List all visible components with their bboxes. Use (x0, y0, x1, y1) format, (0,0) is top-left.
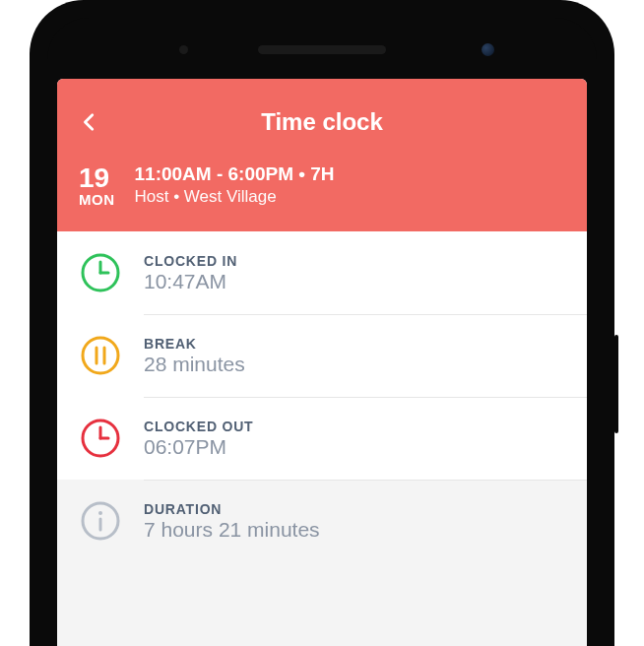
speaker-grille-icon (258, 45, 386, 54)
row-clocked-out[interactable]: CLOCKED OUT 06:07PM (57, 397, 587, 480)
front-camera-icon (482, 43, 494, 56)
svg-point-3 (83, 338, 118, 373)
row-label: DURATION (144, 501, 320, 517)
svg-point-10 (98, 511, 102, 515)
row-value: 10:47AM (144, 270, 237, 293)
phone-side-button (614, 335, 618, 433)
pause-icon (79, 334, 122, 377)
phone-frame: Time clock 19 MON 11:00AM - 6:00PM • 7H … (30, 0, 614, 646)
row-label: CLOCKED OUT (144, 419, 253, 434)
row-clocked-in[interactable]: CLOCKED IN 10:47AM (57, 231, 587, 314)
row-label: BREAK (144, 336, 245, 352)
row-duration[interactable]: DURATION 7 hours 21 minutes (57, 480, 587, 562)
date-number: 19 (79, 163, 109, 192)
shift-time: 11:00AM - 6:00PM • 7H (135, 163, 335, 185)
info-icon (79, 499, 122, 543)
row-value: 06:07PM (144, 435, 253, 459)
time-entries-list: CLOCKED IN 10:47AM BREAK 28 minutes (57, 231, 587, 562)
phone-speaker-area (258, 45, 386, 54)
shift-info: 11:00AM - 6:00PM • 7H Host • West Villag… (135, 163, 335, 207)
page-title: Time clock (79, 108, 565, 136)
date-block: 19 MON (79, 163, 115, 208)
phone-bezel: Time clock 19 MON 11:00AM - 6:00PM • 7H … (47, 18, 597, 646)
row-value: 7 hours 21 minutes (144, 518, 320, 542)
app-screen: Time clock 19 MON 11:00AM - 6:00PM • 7H … (57, 79, 587, 646)
app-header: Time clock 19 MON 11:00AM - 6:00PM • 7H … (57, 79, 587, 231)
row-break[interactable]: BREAK 28 minutes (57, 314, 587, 397)
row-value: 28 minutes (144, 353, 245, 376)
date-dayofweek: MON (79, 192, 115, 208)
sensor-dot-icon (179, 45, 188, 54)
shift-summary: 19 MON 11:00AM - 6:00PM • 7H Host • West… (79, 163, 565, 208)
row-label: CLOCKED IN (144, 253, 237, 269)
clock-icon (79, 251, 122, 294)
shift-meta: Host • West Village (135, 187, 335, 207)
clock-icon (79, 417, 122, 460)
